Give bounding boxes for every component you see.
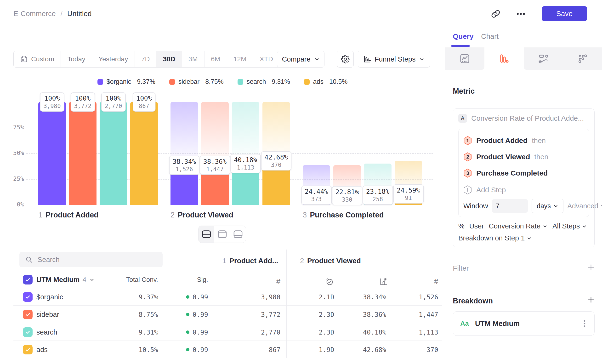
measure-entity[interactable]: User xyxy=(469,222,484,230)
range-6m[interactable]: 6M xyxy=(204,51,227,67)
copy-link-button[interactable] xyxy=(488,9,503,19)
step-number: 2 xyxy=(300,257,304,265)
breakdown-item[interactable]: Aa UTM Medium xyxy=(453,311,595,336)
add-breakdown-button[interactable] xyxy=(587,296,595,304)
row-sig: 0.99 xyxy=(172,311,208,318)
tab-query[interactable]: Query xyxy=(453,32,474,41)
range-today[interactable]: Today xyxy=(61,51,92,67)
row-step2-rate: 40.18% xyxy=(338,329,386,336)
chart-type-label: Funnel Steps xyxy=(375,55,416,63)
row-checkbox[interactable] xyxy=(23,345,32,354)
gridline xyxy=(26,205,433,205)
range-30d[interactable]: 30D xyxy=(156,51,182,67)
funnels-icon xyxy=(498,53,510,64)
count-column-icon[interactable]: # xyxy=(233,277,280,286)
layout-table-only-button[interactable] xyxy=(230,226,246,243)
query-step-1[interactable]: 1Product Addedthen xyxy=(459,132,589,149)
row-checkbox[interactable] xyxy=(23,292,32,302)
more-actions-button[interactable] xyxy=(512,9,529,19)
layout-chart-only-button[interactable] xyxy=(214,226,230,243)
table-row-search[interactable]: search9.31%0.992,7702.3D40.18%1,113 xyxy=(0,324,445,341)
row-name: search xyxy=(36,324,57,341)
advanced-dropdown[interactable]: Advanced xyxy=(567,202,602,210)
range-custom[interactable]: Custom xyxy=(14,51,61,67)
legend-item-sidebar[interactable]: sidebar · 8.75% xyxy=(169,78,224,86)
measure-prefix[interactable]: % xyxy=(458,222,464,230)
window-unit-label: days xyxy=(537,202,551,210)
legend-item-search[interactable]: search · 9.31% xyxy=(237,78,290,86)
chevron-down-icon xyxy=(600,203,602,209)
tab-insights[interactable] xyxy=(445,47,484,70)
metric-title-row[interactable]: A Conversion Rate of Product Adde... xyxy=(458,114,584,123)
range-yesterday[interactable]: Yesterday xyxy=(92,51,135,67)
search-input[interactable] xyxy=(37,256,153,264)
window-unit-dropdown[interactable]: days xyxy=(532,199,563,213)
bar-ads-step1[interactable] xyxy=(130,102,158,205)
report-title[interactable]: Untitled xyxy=(67,10,92,18)
range-7d[interactable]: 7D xyxy=(135,51,156,67)
add-step-button[interactable]: Add Step xyxy=(459,183,589,197)
chart-type-button[interactable]: Funnel Steps xyxy=(358,51,430,67)
avg-time-column-icon[interactable] xyxy=(325,277,334,286)
select-all-checkbox[interactable] xyxy=(23,275,32,285)
step-number-hexagon: 1 xyxy=(463,136,472,145)
measure-scope-dropdown[interactable]: All Steps xyxy=(552,222,587,230)
query-step-3[interactable]: 3Purchase Completed xyxy=(459,165,589,181)
tab-funnels[interactable] xyxy=(484,47,524,70)
sig-header[interactable]: Sig. xyxy=(172,276,208,284)
check-icon xyxy=(25,277,31,283)
tab-flows[interactable] xyxy=(524,47,563,70)
step-then-label: then xyxy=(535,153,548,161)
bar-value-label: 100%3,772 xyxy=(70,92,95,112)
row-step2-time: 1.9D xyxy=(286,346,334,353)
row-step2-time: 2.3D xyxy=(286,329,334,336)
chevron-down-icon xyxy=(419,56,425,62)
chart-step-label-3: 3Purchase Completed xyxy=(303,211,384,219)
measure-metric-dropdown[interactable]: Conversion Rate xyxy=(489,222,548,230)
breakdown-heading: Breakdown xyxy=(453,297,493,305)
chart-settings-button[interactable] xyxy=(337,51,354,67)
table-row-sidebar[interactable]: sidebar8.75%0.993,7722.3D38.36%1,447 xyxy=(0,306,445,323)
bar-search-step1[interactable] xyxy=(100,102,127,205)
breadcrumb-separator: / xyxy=(61,10,63,18)
legend-item-organic[interactable]: $organic · 9.37% xyxy=(97,78,155,86)
query-panel: Query Chart xyxy=(445,27,602,364)
range-3m[interactable]: 3M xyxy=(182,51,204,67)
count-column-icon[interactable]: # xyxy=(390,277,438,286)
layout-top-icon xyxy=(217,230,227,238)
tab-retention[interactable] xyxy=(563,47,602,70)
query-step-name: Product Viewed xyxy=(476,153,530,161)
breakdown-column-header[interactable]: UTM Medium 4 xyxy=(36,275,95,285)
top-header: E-Commerce / Untitled Save xyxy=(0,0,602,27)
table-search xyxy=(19,252,162,267)
add-filter-button[interactable] xyxy=(587,263,595,271)
range-12m[interactable]: 12M xyxy=(227,51,253,67)
conv-rate-column-icon[interactable] xyxy=(379,277,388,286)
breadcrumb-project[interactable]: E-Commerce xyxy=(13,10,56,18)
window-value-input[interactable] xyxy=(492,199,528,213)
row-checkbox[interactable] xyxy=(23,310,32,319)
table-row-ads[interactable]: ads10.5%0.998671.9D42.68%370 xyxy=(0,341,445,358)
bar-value-label: 23.18%258 xyxy=(363,186,393,205)
row-sig: 0.99 xyxy=(172,329,208,336)
save-button[interactable]: Save xyxy=(542,6,587,21)
row-separator xyxy=(13,305,442,306)
total-conv-header[interactable]: Total Conv. xyxy=(110,276,158,284)
bar-organic-step1[interactable] xyxy=(38,102,66,205)
query-step-2[interactable]: 2Product Viewedthen xyxy=(459,149,589,165)
funnel-report-app: E-Commerce / Untitled Save CustomTodayYe… xyxy=(0,0,602,364)
gear-icon xyxy=(341,55,350,64)
bar-sidebar-step1[interactable] xyxy=(69,102,97,205)
bar-value-label: 22.81%330 xyxy=(332,186,363,205)
kebab-menu-icon[interactable] xyxy=(580,319,589,328)
chart-legend: $organic · 9.37%sidebar · 8.75%search · … xyxy=(0,78,445,86)
layout-split-button[interactable] xyxy=(199,226,214,243)
legend-item-ads[interactable]: ads · 10.5% xyxy=(304,78,347,86)
breakdown-on-dropdown[interactable]: Breakdown on Step 1 xyxy=(458,234,532,242)
metric-card: A Conversion Rate of Product Adde... 1Pr… xyxy=(453,108,595,247)
row-checkbox[interactable] xyxy=(23,327,32,337)
compare-button[interactable]: Compare xyxy=(277,51,324,67)
step-number-hexagon: 2 xyxy=(463,152,472,162)
table-row-organic[interactable]: $organic9.37%0.993,9802.1D38.34%1,526 xyxy=(0,289,445,305)
tab-chart[interactable]: Chart xyxy=(481,32,499,41)
